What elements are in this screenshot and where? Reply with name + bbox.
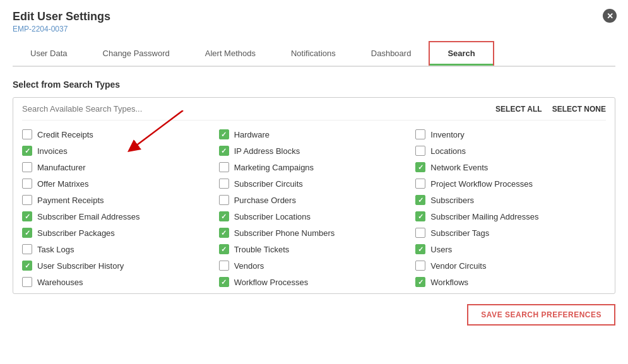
checkbox-box[interactable] (415, 277, 425, 287)
checkbox-box[interactable] (219, 129, 229, 139)
checkbox-box[interactable] (219, 146, 229, 156)
checkbox-item[interactable]: Manufacturer (22, 162, 213, 172)
tab-bar: User DataChange PasswordAlert MethodsNot… (13, 41, 615, 67)
tab-notifications[interactable]: Notifications (273, 41, 353, 66)
checkbox-box[interactable] (22, 261, 32, 271)
checkbox-box[interactable] (219, 228, 229, 238)
page-subtitle: EMP-2204-0037 (13, 25, 615, 33)
page-title: Edit User Settings (13, 10, 615, 23)
checkbox-item[interactable]: Subscriber Phone Numbers (219, 228, 410, 238)
checkbox-label: Subscriber Packages (37, 228, 115, 238)
checkbox-item[interactable]: Project Workflow Processes (415, 179, 606, 189)
checkbox-item[interactable]: Workflows (415, 277, 606, 287)
checkbox-label: Subscriber Mailing Addresses (430, 212, 538, 221)
checkbox-item[interactable]: Subscriber Mailing Addresses (415, 211, 606, 221)
checkbox-box[interactable] (22, 195, 32, 205)
checkbox-label: Subscribers (430, 196, 474, 205)
checkbox-box[interactable] (415, 261, 425, 271)
checkbox-item[interactable]: Subscriber Tags (415, 228, 606, 238)
checkbox-item[interactable]: Subscriber Packages (22, 228, 213, 238)
checkbox-item[interactable]: Hardware (219, 129, 410, 139)
checkbox-item[interactable]: Network Events (415, 162, 606, 172)
section-title: Select from Search Types (13, 79, 615, 90)
checkbox-item[interactable]: Inventory (415, 129, 606, 139)
checkbox-label: IP Address Blocks (234, 146, 300, 156)
checkbox-box[interactable] (415, 146, 425, 156)
checkbox-box[interactable] (219, 179, 229, 189)
checkbox-label: Manufacturer (37, 163, 86, 172)
checkbox-label: User Subscriber History (37, 261, 124, 271)
checkbox-box[interactable] (219, 261, 229, 271)
checkbox-box[interactable] (415, 228, 425, 238)
checkbox-box[interactable] (22, 228, 32, 238)
checkbox-box[interactable] (219, 195, 229, 205)
checkbox-box[interactable] (22, 277, 32, 287)
checkbox-item[interactable]: User Subscriber History (22, 261, 213, 271)
search-container: SELECT ALL SELECT NONE Credit ReceiptsHa… (13, 97, 615, 294)
search-bar-row: SELECT ALL SELECT NONE (22, 104, 606, 120)
checkbox-item[interactable]: Vendors (219, 261, 410, 271)
checkbox-label: Warehouses (37, 278, 83, 287)
checkbox-box[interactable] (22, 244, 32, 254)
checkbox-box[interactable] (219, 162, 229, 172)
checkbox-item[interactable]: Credit Receipts (22, 129, 213, 139)
checkbox-label: Offer Matrixes (37, 179, 88, 189)
checkbox-item[interactable]: Purchase Orders (219, 195, 410, 205)
search-input[interactable] (22, 104, 485, 114)
checkbox-box[interactable] (415, 244, 425, 254)
checkbox-box[interactable] (22, 162, 32, 172)
tab-change-password[interactable]: Change Password (85, 41, 187, 66)
checkbox-label: Workflow Processes (234, 278, 309, 287)
select-none-button[interactable]: SELECT NONE (552, 105, 606, 114)
checkbox-label: Subscriber Tags (430, 228, 489, 238)
checkbox-label: Subscriber Circuits (234, 179, 303, 189)
checkbox-box[interactable] (22, 211, 32, 221)
checkbox-box[interactable] (415, 162, 425, 172)
checkbox-item[interactable]: Subscriber Circuits (219, 179, 410, 189)
select-all-button[interactable]: SELECT ALL (495, 105, 542, 114)
checkbox-item[interactable]: Marketing Campaigns (219, 162, 410, 172)
checkbox-item[interactable]: Trouble Tickets (219, 244, 410, 254)
checkbox-box[interactable] (415, 211, 425, 221)
checkbox-grid: Credit ReceiptsHardwareInventoryInvoices… (22, 129, 606, 287)
checkbox-item[interactable]: Offer Matrixes (22, 179, 213, 189)
checkbox-label: Vendor Circuits (430, 261, 486, 271)
checkbox-item[interactable]: Warehouses (22, 277, 213, 287)
checkbox-label: Locations (430, 146, 466, 156)
checkbox-label: Marketing Campaigns (234, 163, 314, 172)
checkbox-item[interactable]: Invoices (22, 146, 213, 156)
checkbox-item[interactable]: Subscriber Locations (219, 211, 410, 221)
checkbox-label: Trouble Tickets (234, 245, 290, 254)
checkbox-label: Hardware (234, 130, 270, 139)
checkbox-item[interactable]: Subscribers (415, 195, 606, 205)
checkbox-item[interactable]: Payment Receipts (22, 195, 213, 205)
tab-user-data[interactable]: User Data (13, 41, 85, 66)
close-button[interactable]: ✕ (603, 9, 617, 23)
checkbox-box[interactable] (22, 146, 32, 156)
tab-search[interactable]: Search (429, 41, 494, 66)
checkbox-item[interactable]: IP Address Blocks (219, 146, 410, 156)
tab-dashboard[interactable]: Dashboard (353, 41, 429, 66)
page-wrapper: Edit User Settings EMP-2204-0037 ✕ User … (0, 0, 628, 336)
checkbox-box[interactable] (415, 129, 425, 139)
checkbox-box[interactable] (219, 244, 229, 254)
checkbox-item[interactable]: Task Logs (22, 244, 213, 254)
tab-alert-methods[interactable]: Alert Methods (187, 41, 273, 66)
checkbox-item[interactable]: Users (415, 244, 606, 254)
checkbox-label: Subscriber Phone Numbers (234, 228, 335, 238)
save-search-preferences-button[interactable]: SAVE SEARCH PREFERENCES (467, 304, 615, 326)
checkbox-item[interactable]: Subscriber Email Addresses (22, 211, 213, 221)
checkbox-box[interactable] (219, 277, 229, 287)
checkbox-item[interactable]: Workflow Processes (219, 277, 410, 287)
checkbox-item[interactable]: Locations (415, 146, 606, 156)
checkbox-box[interactable] (22, 129, 32, 139)
checkbox-item[interactable]: Vendor Circuits (415, 261, 606, 271)
checkbox-label: Network Events (430, 163, 488, 172)
checkbox-label: Subscriber Locations (234, 212, 311, 221)
checkbox-label: Vendors (234, 261, 264, 271)
checkbox-box[interactable] (22, 179, 32, 189)
checkbox-box[interactable] (415, 179, 425, 189)
checkbox-box[interactable] (415, 195, 425, 205)
checkbox-box[interactable] (219, 211, 229, 221)
checkbox-label: Task Logs (37, 245, 74, 254)
